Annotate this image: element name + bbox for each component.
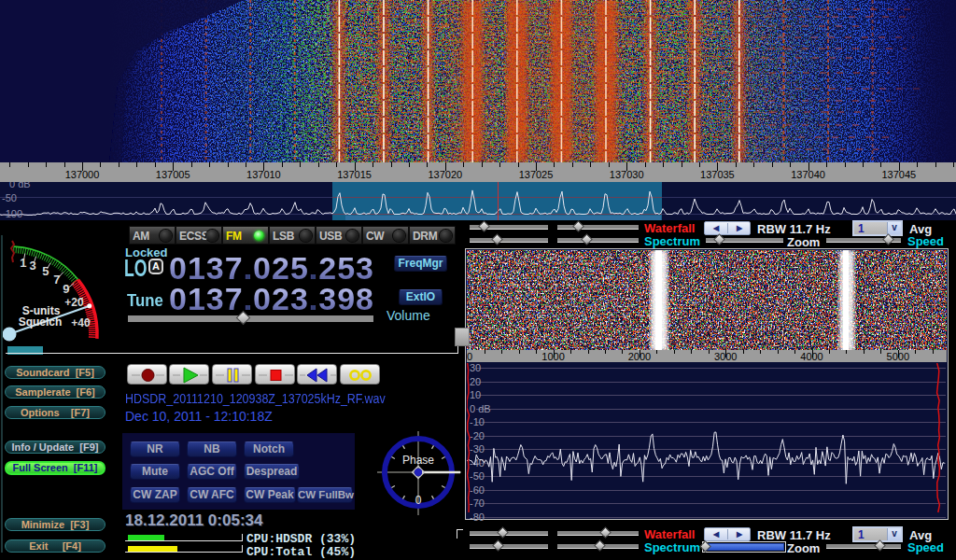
svg-text:3: 3 (30, 259, 36, 273)
svg-text:7: 7 (53, 273, 60, 287)
svg-text:+40: +40 (71, 316, 91, 329)
svg-text:1: 1 (20, 256, 26, 270)
svg-text:+20: +20 (64, 296, 84, 309)
svg-text:0: 0 (415, 494, 422, 507)
svg-text:5: 5 (42, 264, 49, 278)
svg-text:9: 9 (63, 282, 69, 296)
svg-text:Squelch: Squelch (19, 315, 63, 329)
svg-text:Phase: Phase (402, 454, 434, 467)
